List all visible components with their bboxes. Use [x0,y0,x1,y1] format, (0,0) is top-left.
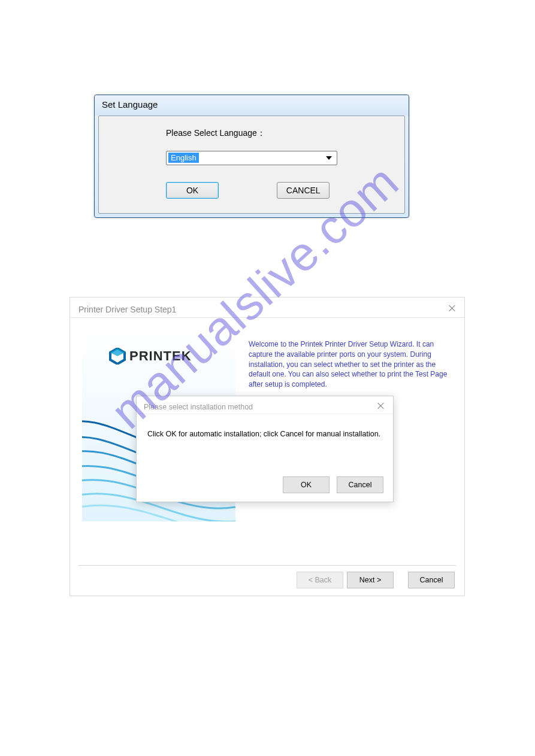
printek-logo-icon [109,348,126,365]
dialog-body: Please Select Language： English OK CANCE… [98,116,405,214]
printek-logo: PRINTEK [109,348,192,365]
chevron-down-icon [326,156,332,160]
ok-button[interactable]: OK [283,476,330,493]
dialog-title: Printer Driver Setup Step1 [78,305,176,314]
installation-method-modal: Please select installation method Click … [136,396,394,502]
next-button[interactable]: Next > [347,572,394,588]
language-selected-value: English [168,153,199,163]
ok-button[interactable]: OK [166,182,219,199]
language-label: Please Select Language： [166,128,404,139]
printer-setup-dialog: Printer Driver Setup Step1 [69,297,465,596]
language-select[interactable]: English [166,151,337,165]
cancel-button[interactable]: Cancel [337,476,383,493]
svg-marker-1 [110,348,125,356]
modal-title: Please select installation method [144,403,253,411]
separator [78,565,456,566]
dialog-titlebar: Printer Driver Setup Step1 [70,297,464,318]
dialog-title: Set Language [95,95,409,116]
printek-logo-text: PRINTEK [129,348,192,364]
close-icon[interactable] [377,402,385,409]
close-icon[interactable] [449,305,456,312]
back-button: < Back [297,572,343,588]
welcome-text: Welcome to the Printek Printer Driver Se… [249,339,448,390]
set-language-dialog: Set Language Please Select Language： Eng… [94,95,409,218]
modal-titlebar: Please select installation method [137,396,393,414]
cancel-button[interactable]: CANCEL [277,182,330,199]
cancel-button[interactable]: Cancel [408,572,455,588]
modal-message: Click OK for automatic installation; cli… [137,414,393,438]
